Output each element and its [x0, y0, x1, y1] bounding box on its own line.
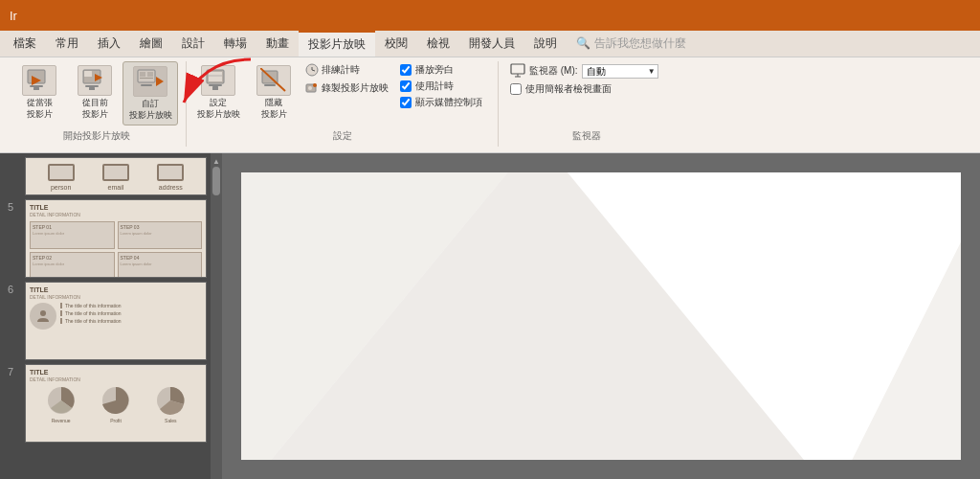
svg-point-33: [40, 310, 46, 316]
setup-show-icon: [201, 65, 235, 96]
step03: STEP 03Lorem ipsum dolor: [118, 221, 203, 249]
play-narrations-checkbox[interactable]: 播放旁白: [400, 63, 482, 77]
menu-slideshow[interactable]: 投影片放映: [299, 31, 375, 57]
ribbon: 從當張投影片 從目前投影片: [0, 57, 980, 153]
monitor-icon: [510, 63, 525, 79]
menu-home[interactable]: 常用: [46, 32, 88, 56]
custom-slideshow-icon: [133, 66, 167, 97]
setup-group-label: 設定: [187, 129, 498, 143]
setup-show-button[interactable]: 設定投影片放映: [190, 61, 246, 124]
svg-rect-2: [30, 85, 43, 87]
record-slideshow-label: 錄製投影片放映: [322, 81, 389, 95]
slide-num-6: 6: [8, 282, 19, 295]
menu-draw[interactable]: 繪圖: [130, 32, 172, 56]
scroll-up-button[interactable]: ▲: [211, 155, 222, 167]
show-media-controls-checkbox[interactable]: 顯示媒體控制項: [400, 96, 482, 109]
main-slide-view: [222, 153, 980, 479]
pie-revenue: Revenue: [46, 385, 77, 423]
slide6-title: TITLE: [30, 286, 202, 293]
slide6-body: The title of this information The title …: [30, 303, 202, 330]
title-bar: Ir: [0, 0, 980, 31]
ribbon-group-start-slideshow: 從當張投影片 從目前投影片: [8, 61, 187, 147]
menu-help[interactable]: 說明: [524, 32, 567, 56]
svg-rect-12: [140, 78, 153, 79]
svg-rect-14: [141, 84, 152, 86]
menu-bar: 檔案 常用 插入 繪圖 設計 轉場 動畫 投影片放映 校閱 檢視 開發人員 說明…: [0, 31, 980, 57]
slide-panel-scrollbar[interactable]: ▲: [211, 153, 222, 479]
menu-developer[interactable]: 開發人員: [459, 32, 524, 56]
from-current-label: 從目前投影片: [82, 98, 108, 120]
slide-num-7: 7: [8, 364, 19, 377]
slide-thumb-7: 7 TITLE DETAIL INFORMATION Reven: [8, 364, 207, 443]
use-timings-checkbox[interactable]: 使用計時: [400, 80, 482, 93]
title-text: Ir: [10, 9, 17, 23]
ribbon-group-setup: 設定投影片放映 隱藏投影片: [187, 61, 499, 147]
slide-thumb-4: person email address: [8, 157, 207, 195]
slide-image-6[interactable]: TITLE DETAIL INFORMATION The title of th…: [25, 282, 207, 360]
setup-show-label: 設定投影片放映: [197, 98, 240, 120]
ribbon-group-monitor: 監視器 (M): 自動 使用簡報者檢視畫面 監視器: [499, 61, 676, 147]
hide-slide-label: 隱藏投影片: [261, 98, 287, 120]
custom-slideshow-button[interactable]: 自訂投影片放映: [122, 61, 178, 125]
svg-point-27: [308, 86, 312, 90]
form-icon-email: email: [102, 164, 129, 191]
slide6-subtitle: DETAIL INFORMATION: [30, 294, 202, 300]
small-buttons-group: 排練計時 錄製投影片放映: [301, 61, 392, 131]
svg-rect-22: [264, 84, 276, 86]
step04: STEP 04Lorem ipsum dolor: [118, 252, 203, 279]
monitor-select-wrapper[interactable]: 自動: [582, 64, 658, 79]
from-beginning-icon: [22, 65, 56, 96]
slide5-steps: STEP 01Lorem ipsum dolor STEP 03Lorem ip…: [30, 221, 202, 278]
menu-insert[interactable]: 插入: [88, 32, 130, 56]
menu-file[interactable]: 檔案: [4, 32, 46, 56]
menu-review[interactable]: 校閱: [375, 32, 417, 56]
slide-thumb-5: 5 TITLE DETAIL INFORMATION STEP 01Lorem …: [8, 199, 207, 278]
pie-sales: Sales: [155, 385, 186, 423]
hide-slide-button[interactable]: 隱藏投影片: [246, 61, 301, 124]
monitor-row: 監視器 (M): 自動: [510, 63, 658, 79]
from-current-button[interactable]: 從目前投影片: [67, 61, 122, 124]
menu-transitions[interactable]: 轉場: [214, 32, 256, 56]
slide-panel: person email address 5 TITLE: [0, 153, 211, 479]
play-narrations-label: 播放旁白: [415, 63, 454, 77]
menu-search[interactable]: 🔍告訴我您想做什麼: [567, 32, 696, 56]
show-media-controls-label: 顯示媒體控制項: [415, 96, 482, 109]
svg-rect-7: [85, 85, 99, 87]
svg-rect-29: [511, 64, 524, 74]
svg-rect-10: [140, 72, 145, 77]
slide-num-5: 5: [8, 199, 19, 213]
slide-image-5[interactable]: TITLE DETAIL INFORMATION STEP 01Lorem ip…: [25, 199, 207, 278]
start-slideshow-group-label: 開始投影片放映: [8, 129, 186, 143]
main-slide-canvas: [241, 172, 961, 460]
slide7-title: TITLE: [30, 369, 202, 376]
record-slideshow-button[interactable]: 錄製投影片放映: [301, 80, 392, 97]
slide-shape-left: [241, 172, 961, 460]
monitor-select[interactable]: 自動: [582, 64, 658, 79]
slide6-icon: [30, 303, 56, 330]
slide6-list: The title of this information The title …: [60, 303, 122, 330]
scroll-thumb[interactable]: [212, 167, 220, 195]
pie-charts: Revenue Profit: [30, 385, 202, 423]
rehearse-timings-label: 排練計時: [322, 63, 360, 77]
rehearse-timings-button[interactable]: 排練計時: [301, 61, 392, 79]
slide7-subtitle: DETAIL INFORMATION: [30, 376, 202, 382]
presenter-view-checkbox[interactable]: 使用簡報者檢視畫面: [510, 82, 658, 96]
monitor-label: 監視器 (M):: [529, 64, 578, 78]
svg-point-28: [313, 83, 317, 87]
from-beginning-button[interactable]: 從當張投影片: [11, 61, 67, 124]
slide-image-7[interactable]: TITLE DETAIL INFORMATION Revenue: [25, 364, 207, 443]
slide-image-4[interactable]: person email address: [25, 157, 207, 195]
svg-rect-5: [84, 71, 92, 77]
monitor-group-label: 監視器: [499, 129, 676, 143]
presenter-view-label: 使用簡報者檢視畫面: [525, 82, 612, 96]
svg-marker-13: [156, 77, 164, 86]
slide-thumb-6: 6 TITLE DETAIL INFORMATION The title: [8, 282, 207, 360]
main-area: person email address 5 TITLE: [0, 153, 980, 479]
menu-view[interactable]: 檢視: [417, 32, 459, 56]
svg-rect-16: [209, 72, 222, 81]
menu-animations[interactable]: 動畫: [256, 32, 299, 56]
menu-design[interactable]: 設計: [172, 32, 214, 56]
step01: STEP 01Lorem ipsum dolor: [30, 221, 115, 249]
form-icon-person: person: [48, 164, 75, 191]
slideshow-checkboxes: 播放旁白 使用計時 顯示媒體控制項: [392, 61, 490, 131]
